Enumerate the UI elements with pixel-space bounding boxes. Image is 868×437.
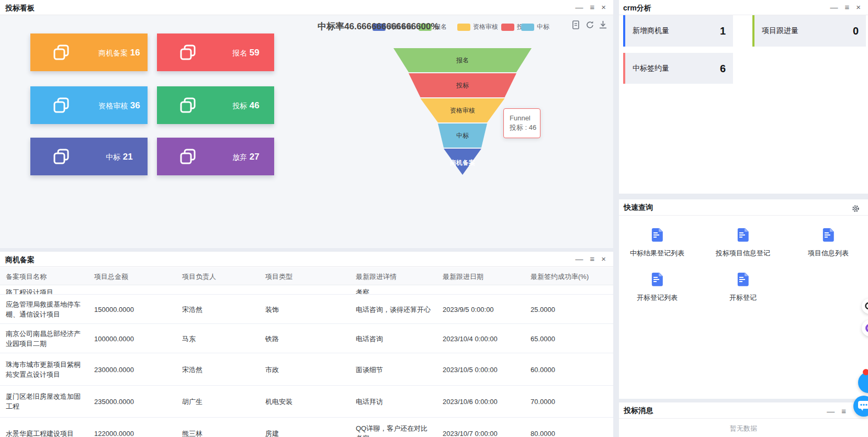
clone-icon — [179, 43, 197, 63]
bid-messages-panel: 投标消息 — ≡ 暂无数据 — [619, 402, 868, 437]
quick-link-label: 项目信息列表 — [790, 249, 866, 258]
legend-marker — [521, 24, 534, 31]
minimize-icon[interactable]: — — [575, 254, 583, 264]
quick-link-kaibiao-register-list[interactable]: 开标登记列表 — [619, 273, 695, 302]
stat-label: 中标 — [106, 153, 120, 161]
cell-follow-date: 2023/10/7 0:00:00 — [443, 428, 522, 437]
cell-success-rate: 65.0000 — [531, 333, 604, 343]
table-row[interactable]: 应急管理局救援基地停车棚、通信设计项目 150000.0000 宋浩然 装饰 电… — [0, 294, 613, 323]
refresh-icon[interactable] — [585, 20, 594, 30]
gear-icon[interactable] — [852, 205, 860, 212]
cell-type: 机电安装 — [265, 397, 346, 407]
close-icon[interactable]: × — [601, 254, 606, 264]
funnel-label: 投标 — [456, 82, 469, 89]
menu-icon[interactable]: ≡ — [844, 3, 849, 12]
stat-card-zigeshenhe[interactable]: 资格审核 36 — [30, 86, 148, 124]
cell-project-name: 路工程设计项目 — [6, 287, 84, 294]
crm-card-new-opportunities[interactable]: 新增商机量 1 — [623, 15, 733, 47]
funnel-label: 商机备案 — [449, 159, 475, 166]
cell-type: 市政 — [265, 364, 346, 374]
crm-card-value: 6 — [720, 62, 726, 74]
accent-bar — [623, 53, 625, 84]
cell-owner: 胡广生 — [182, 397, 255, 407]
cell-owner: 马东 — [182, 333, 255, 343]
legend-item-zhongbiao[interactable]: 中标 — [521, 23, 549, 31]
desktop: { "wc": { "minimize": "—", "menu": "≡", … — [0, 0, 868, 437]
quick-link-kaibiao-register[interactable]: 开标登记 — [705, 273, 781, 302]
tooltip-series: Funnel — [510, 114, 540, 122]
cell-follow-detail: 电话咨询 — [356, 333, 434, 343]
contact-icon — [864, 302, 868, 310]
menu-icon[interactable]: ≡ — [590, 254, 594, 264]
minimize-icon[interactable]: — — [830, 3, 838, 12]
cell-follow-date: 2023/10/4 0:00:00 — [443, 333, 522, 343]
column-header: 项目类型 — [265, 272, 346, 282]
stat-card-baoming[interactable]: 报名 59 — [157, 33, 274, 71]
stat-label: 资格审核 — [98, 102, 128, 110]
bid-messages-titlebar: 投标消息 — ≡ — [619, 402, 868, 419]
table-row[interactable]: 水景华庭工程建设项目 122000.0000 熊三林 房建 QQ详聊，客户还在对… — [0, 417, 613, 437]
panel-title: 快速查询 — [624, 203, 653, 212]
cell-follow-date: 2023/10/6 0:00:00 — [443, 397, 522, 407]
win-rate-title: 中标率46.666666666666600% — [318, 20, 439, 32]
menu-icon[interactable]: ≡ — [590, 3, 594, 12]
legend-marker — [457, 24, 470, 31]
crm-analysis-panel: crm分析 — ≡ × 新增商机量 1 项目跟进量 0 中标签约量 6 — [619, 0, 868, 194]
legend-item-zigeshenhe[interactable]: 资格审核 — [457, 23, 498, 31]
cell-follow-detail: QQ详聊，客户还在对比考察 — [356, 423, 434, 437]
table-row[interactable]: 厦门区老旧房屋改造加固工程 235000.0000 胡广生 机电安装 电话拜访 … — [0, 385, 613, 417]
cell-project-name: 水景华庭工程建设项目 — [6, 428, 84, 437]
stat-card-shangjibeian[interactable]: 商机备案 16 — [30, 33, 148, 71]
table-row[interactable]: 南京公司南昌总部经济产业园项目二期 100000.0000 马东 铁路 电话咨询… — [0, 323, 613, 353]
menu-icon[interactable]: ≡ — [841, 407, 846, 416]
cell-owner: 熊三林 — [182, 428, 255, 437]
crm-card-value: 0 — [853, 25, 859, 37]
quick-query-panel: 快速查询 中标结果登记列表 投标项目信息登记 项目信息列表 开标登记列表 开标登… — [619, 199, 868, 399]
stat-value: 16 — [130, 48, 140, 58]
crm-card-label: 项目跟进量 — [762, 26, 798, 36]
minimize-icon[interactable]: — — [575, 3, 583, 12]
document-icon — [822, 228, 835, 244]
window-title: 商机备案 — [5, 255, 35, 265]
crm-card-label: 新增商机量 — [633, 26, 669, 36]
cell-follow-detail: 考察 — [356, 287, 434, 294]
legend-marker — [501, 24, 514, 31]
document-icon — [651, 228, 664, 244]
table-header: 备案项目名称 项目总金额 项目负责人 项目类型 最新跟进详情 最新跟进日期 最新… — [0, 267, 613, 285]
table-row-clipped[interactable]: 路工程设计项目 考察 — [0, 285, 613, 294]
stat-value: 36 — [130, 100, 140, 110]
crm-card-won-contracts[interactable]: 中标签约量 6 — [623, 53, 733, 84]
clone-icon — [179, 96, 197, 116]
close-icon[interactable]: × — [601, 3, 606, 12]
quick-link-project-info-list[interactable]: 项目信息列表 — [790, 228, 866, 258]
stat-card-zhongbiao[interactable]: 中标 21 — [30, 138, 148, 175]
stat-value: 27 — [250, 152, 260, 162]
stat-card-toubiao[interactable]: 投标 46 — [157, 86, 274, 124]
empty-state-text: 暂无数据 — [619, 424, 868, 433]
window-title: 投标看板 — [5, 4, 35, 13]
tooltip-value: 投标 : 46 — [510, 122, 540, 133]
close-icon[interactable]: × — [856, 3, 861, 12]
cell-amount: 230000.0000 — [94, 364, 173, 374]
quick-link-label: 中标结果登记列表 — [619, 249, 695, 258]
accent-bar — [752, 15, 754, 47]
stat-label: 报名 — [232, 49, 247, 57]
minimize-icon[interactable]: — — [827, 407, 835, 416]
crm-card-label: 中标签约量 — [633, 64, 669, 73]
stat-label: 放弃 — [232, 153, 247, 161]
quick-link-toubiao-info-register[interactable]: 投标项目信息登记 — [705, 228, 781, 258]
data-view-icon[interactable] — [571, 20, 580, 30]
stat-card-fangqi[interactable]: 放弃 27 — [157, 138, 274, 175]
crm-card-project-followups[interactable]: 项目跟进量 0 — [752, 15, 866, 47]
table-row[interactable]: 珠海市城市更新项目紫桐苑安置点设计项目 230000.0000 宋浩然 市政 面… — [0, 353, 613, 385]
bidding-dashboard-window: 投标看板 — ≡ × 商机备案 16 报名 59 — [0, 0, 613, 248]
crm-card-value: 1 — [720, 25, 726, 37]
chart-tooltip: Funnel 投标 : 46 — [503, 108, 540, 138]
document-icon — [737, 228, 750, 244]
quick-link-zhongbiao-result-list[interactable]: 中标结果登记列表 — [619, 228, 695, 258]
download-icon[interactable] — [599, 20, 607, 30]
cell-success-rate: 80.0000 — [531, 428, 604, 437]
column-header: 备案项目名称 — [6, 272, 84, 282]
cell-amount: 235000.0000 — [94, 397, 173, 407]
funnel-label: 资格审核 — [450, 107, 475, 114]
